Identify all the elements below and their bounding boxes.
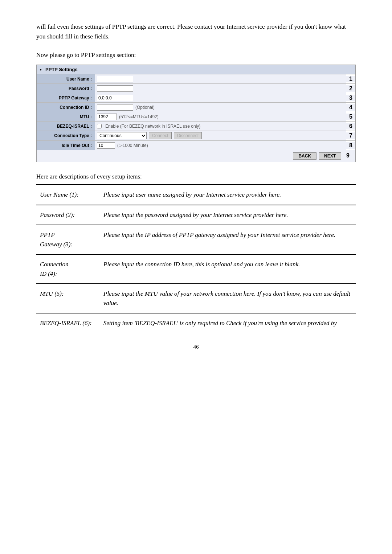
desc-label-mtu: MTU (5):	[36, 284, 100, 313]
row-num-5: 5	[346, 114, 355, 120]
table-row: ConnectionID (4): Please input the conne…	[36, 254, 356, 284]
table-row: MTU (5): Please input the MTU value of y…	[36, 284, 356, 313]
label-idle-timeout: Idle Time Out :	[37, 141, 95, 150]
label-username: User Name :	[37, 74, 95, 83]
checkbox-bezeq[interactable]	[97, 124, 102, 128]
row-username: User Name : 1	[37, 74, 355, 83]
desc-table: User Name (1): Please input user name as…	[36, 184, 356, 333]
row-mtu: MTU : (512<=MTU<=1492) 5	[37, 112, 355, 121]
label-connection-id: Connection ID :	[37, 103, 95, 112]
row-num-3: 3	[346, 95, 355, 101]
desc-text-password: Please input the password assigned by yo…	[100, 205, 356, 225]
row-num-4: 4	[346, 104, 355, 111]
desc-label-connid: ConnectionID (4):	[36, 254, 100, 284]
table-row: User Name (1): Please input user name as…	[36, 185, 356, 205]
input-password[interactable]	[97, 85, 133, 92]
input-connection-id[interactable]	[97, 104, 133, 111]
select-connection-type[interactable]: Continuous Connect on Demand Manual	[97, 132, 147, 139]
row-num-1: 1	[346, 76, 355, 82]
row-num-2: 2	[346, 85, 355, 92]
desc-label-bezeq: BEZEQ-ISRAEL (6):	[36, 313, 100, 333]
pptp-header-label: PPTP Settings	[45, 67, 78, 72]
label-password: Password :	[37, 84, 95, 93]
input-gateway[interactable]	[97, 95, 133, 101]
hint-connection-id: (Optional)	[135, 105, 155, 110]
input-idle-timeout[interactable]	[97, 142, 115, 149]
value-connection-type: Continuous Connect on Demand Manual Conn…	[95, 131, 346, 140]
desc-text-connid: Please input the connection ID here, thi…	[100, 254, 356, 284]
value-idle-timeout: (1-1000 Minute)	[95, 141, 346, 150]
next-button[interactable]: NEXT	[319, 152, 341, 160]
desc-label-gateway: PPTPGateway (3):	[36, 225, 100, 254]
row-num-7: 7	[346, 132, 355, 139]
row-connection-id: Connection ID : (Optional) 4	[37, 102, 355, 112]
intro-paragraph: will fail even those settings of PPTP se…	[36, 22, 356, 41]
hint-mtu: (512<=MTU<=1492)	[119, 114, 159, 119]
desc-text-gateway: Please input the IP address of PPTP gate…	[100, 225, 356, 254]
goto-label: Now please go to PPTP settings section:	[36, 52, 356, 59]
row-gateway: PPTP Gateway : 3	[37, 93, 355, 102]
input-username[interactable]	[97, 76, 133, 82]
value-password	[95, 84, 346, 93]
hint-bezeq: Enable (For BEZEQ network in ISRAEL use …	[105, 124, 200, 129]
desc-section-label: Here are descriptions of every setup ite…	[36, 173, 356, 180]
row-num-8: 8	[346, 142, 355, 149]
value-connection-id: (Optional)	[95, 103, 346, 112]
row-idle-timeout: Idle Time Out : (1-1000 Minute) 8	[37, 140, 355, 150]
table-row: Password (2): Please input the password …	[36, 205, 356, 225]
value-gateway	[95, 93, 346, 102]
back-button[interactable]: BACK	[293, 152, 317, 160]
row-connection-type: Connection Type : Continuous Connect on …	[37, 131, 355, 140]
label-mtu: MTU :	[37, 112, 95, 121]
desc-text-bezeq: Setting item 'BEZEQ-ISRAEL' is only requ…	[100, 313, 356, 333]
connect-button[interactable]: Connect	[149, 132, 172, 139]
value-mtu: (512<=MTU<=1492)	[95, 112, 346, 121]
label-connection-type: Connection Type :	[37, 131, 95, 140]
table-row: PPTPGateway (3): Please input the IP add…	[36, 225, 356, 254]
descriptions-section: Here are descriptions of every setup ite…	[36, 173, 356, 333]
disconnect-button[interactable]: Disconnect	[174, 132, 202, 139]
row-password: Password : 2	[37, 83, 355, 93]
table-row: BEZEQ-ISRAEL (6): Setting item 'BEZEQ-IS…	[36, 313, 356, 333]
desc-text-username: Please input user name assigned by your …	[100, 185, 356, 205]
hint-idle-timeout: (1-1000 Minute)	[117, 143, 148, 148]
bottom-buttons: BACK NEXT 9	[37, 150, 355, 162]
row-bezeq: BEZEQ-ISRAEL : Enable (For BEZEQ network…	[37, 121, 355, 131]
row-num-6: 6	[346, 123, 355, 130]
page-number: 46	[36, 344, 356, 350]
label-gateway: PPTP Gateway :	[37, 93, 95, 102]
pptp-settings-panel: ● PPTP Settings User Name : 1 Password :…	[36, 65, 356, 162]
label-bezeq: BEZEQ-ISRAEL :	[37, 122, 95, 131]
input-mtu[interactable]	[97, 114, 117, 120]
row-num-9: 9	[343, 152, 352, 160]
desc-label-password: Password (2):	[36, 205, 100, 225]
desc-label-username: User Name (1):	[36, 185, 100, 205]
bullet-icon: ●	[40, 67, 42, 71]
desc-text-mtu: Please input the MTU value of your netwo…	[100, 284, 356, 313]
value-username	[95, 74, 346, 83]
value-bezeq: Enable (For BEZEQ network in ISRAEL use …	[95, 122, 346, 131]
pptp-header: ● PPTP Settings	[37, 65, 355, 74]
